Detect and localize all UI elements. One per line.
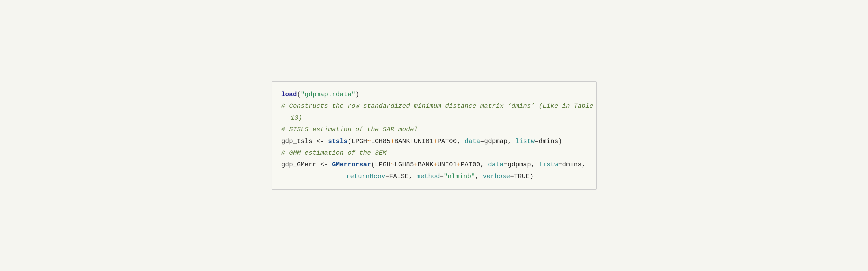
comment-line-4: # STSLS estimation of the SAR model xyxy=(281,124,587,136)
func-stsls: stsls xyxy=(328,138,347,145)
plus-op-6: + xyxy=(457,161,461,168)
comment-line-3: 13) xyxy=(281,112,587,124)
param-returnhcov: returnHcov xyxy=(346,173,385,180)
param-listw-2: listw xyxy=(539,161,558,168)
eq-method: = xyxy=(440,173,444,180)
string-nlminb: "nlminb" xyxy=(444,173,475,180)
var2-bank: BANK xyxy=(418,161,433,168)
code-line-8: returnHcov=FALSE, method="nlminb", verbo… xyxy=(281,171,587,182)
paren-open: ( xyxy=(297,91,301,98)
code-line-5: gdp_tsls <- stsls(LPGH~LGH85+BANK+UNI01+… xyxy=(281,136,587,147)
var-gdp-tsls: gdp_tsls xyxy=(281,138,316,145)
var-bank: BANK xyxy=(395,138,410,145)
tilde-op: ~ xyxy=(367,138,371,145)
var2-uni01: UNI01 xyxy=(437,161,457,168)
param-method: method xyxy=(416,173,440,180)
comment-line-2: # Constructs the row-standardized minimu… xyxy=(281,100,587,112)
func-gmerrorsar: GMerrorsar xyxy=(332,161,371,168)
var-pat00: PAT00, xyxy=(437,138,465,145)
var-gdp-gmerr: gdp_GMerr xyxy=(281,161,320,168)
eq-true: =TRUE) xyxy=(510,173,533,180)
string-gdpmap: "gdpmap.rdata" xyxy=(301,91,355,98)
var-uni01: UNI01 xyxy=(414,138,433,145)
eq-dmins: =dmins) xyxy=(535,138,562,145)
assign-op-2: <- xyxy=(320,161,332,168)
paren-close: ) xyxy=(355,91,360,98)
code-line-1: load("gdpmap.rdata") xyxy=(281,89,587,100)
eq-false: =FALSE, xyxy=(385,173,416,180)
param-listw: listw xyxy=(515,138,535,145)
eq-gdpmap: =gdpmap, xyxy=(480,138,515,145)
plus-op-4: + xyxy=(414,161,418,168)
assign-op: <- xyxy=(316,138,328,145)
code-line-7: gdp_GMerr <- GMerrorsar(LPGH~LGH85+BANK+… xyxy=(281,159,587,171)
var2-pat00: PAT00, xyxy=(461,161,488,168)
plus-op-3: + xyxy=(433,138,437,145)
comma-verbose: , xyxy=(475,173,483,180)
var2-lgh85: LGH85 xyxy=(395,161,414,168)
eq2-dmins: =dmins, xyxy=(558,161,586,168)
tilde-op-2: ~ xyxy=(391,161,395,168)
plus-op-1: + xyxy=(391,138,395,145)
plus-op-5: + xyxy=(433,161,437,168)
param-verbose: verbose xyxy=(483,173,510,180)
plus-op-2: + xyxy=(410,138,414,145)
eq2-gdpmap: =gdpmap, xyxy=(503,161,538,168)
var-lgh85: LGH85 xyxy=(371,138,391,145)
comment-line-6: # GMM estimation of the SEM xyxy=(281,147,587,159)
param-data-2: data xyxy=(488,161,503,168)
code-block: load("gdpmap.rdata") # Constructs the ro… xyxy=(272,81,597,190)
args2-open: (LPGH xyxy=(371,161,391,168)
param-data: data xyxy=(465,138,480,145)
args-open: (LPGH xyxy=(347,138,367,145)
keyword-load: load xyxy=(281,91,297,98)
